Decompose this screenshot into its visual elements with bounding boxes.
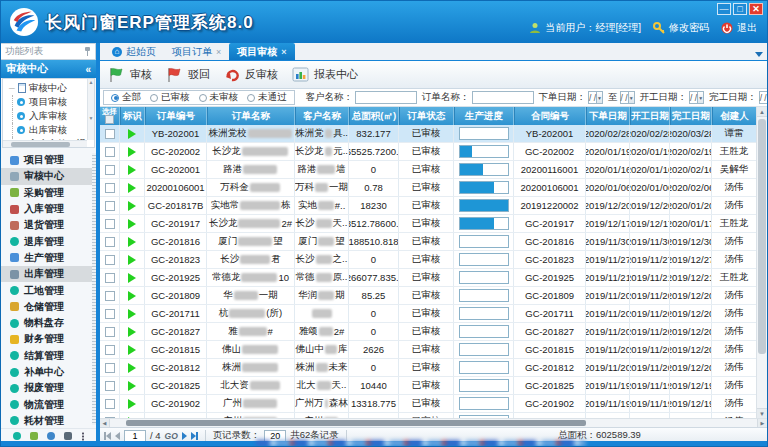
sidebar-item-site[interactable]: 工地管理 (1, 282, 96, 298)
order-name-input[interactable] (472, 91, 534, 104)
reject-button[interactable]: 驳回 (166, 67, 210, 83)
radio-approved[interactable]: 已审核 (150, 91, 190, 104)
table-row[interactable]: GC-202001 路港 路港墙 0 已审核 20200116001 2020/… (100, 161, 756, 179)
page-number-input[interactable] (124, 430, 146, 442)
sidebar-item-logistics[interactable]: 物流管理 (1, 396, 96, 412)
column-header-2[interactable]: 订单编号 (145, 107, 207, 125)
start-date-input[interactable]: / / (689, 91, 698, 104)
customer-name-input[interactable] (355, 91, 417, 104)
select-all-checkbox[interactable] (105, 115, 114, 124)
column-header-5[interactable]: 总面积(㎡) (349, 107, 399, 125)
tab-project-orders[interactable]: 项目订单 × (164, 43, 229, 60)
tab-overflow-button[interactable] (755, 52, 763, 57)
close-button[interactable]: ✕ (749, 3, 763, 15)
sidebar-scrollbar[interactable] (92, 153, 96, 425)
scroll-down-icon[interactable]: ▼ (757, 408, 767, 418)
table-row[interactable]: GC-201815 佛山 佛山中库 2626 已审核 GC-201815 201… (100, 341, 756, 359)
next-page-button[interactable] (182, 432, 187, 440)
sidebar-item-consumables[interactable]: 耗材管理 (1, 413, 96, 428)
column-header-0[interactable]: 选择 (100, 107, 120, 125)
row-checkbox[interactable] (105, 183, 115, 193)
sidebar-item-inventory[interactable]: 物料盘存 (1, 315, 96, 331)
sidebar-item-return-goods[interactable]: 退货管理 (1, 217, 96, 233)
sidebar-item-finance[interactable]: 财务管理 (1, 331, 96, 347)
radio-all[interactable]: 全部 (111, 91, 141, 104)
table-row[interactable]: 20200106001 万科金 万科一期 0.78 已审核 2020010600… (100, 179, 756, 197)
module-person-icon[interactable] (64, 432, 72, 440)
row-checkbox[interactable] (105, 255, 115, 265)
column-header-4[interactable]: 客户名称 (295, 107, 349, 125)
logout-button[interactable]: 退出 (721, 21, 757, 35)
report-center-button[interactable]: 报表中心 (292, 67, 358, 83)
maximize-button[interactable]: □ (733, 3, 747, 15)
calendar-dropdown-icon[interactable]: ▼ (698, 91, 704, 104)
module-cart-icon[interactable] (30, 432, 38, 440)
vertical-scroll-thumb[interactable] (758, 119, 766, 354)
sidebar-item-production[interactable]: 生产管理 (1, 250, 96, 266)
module-flag-icon[interactable] (47, 432, 55, 440)
row-checkbox[interactable] (105, 219, 115, 229)
radio-unapproved[interactable]: 未审核 (199, 91, 239, 104)
sidebar-item-reorder[interactable]: 补单中心 (1, 364, 96, 380)
last-page-button[interactable] (191, 432, 198, 440)
row-checkbox[interactable] (105, 381, 115, 391)
tab-project-audit[interactable]: 项目审核 × (229, 43, 294, 60)
horizontal-scroll-thumb[interactable] (126, 420, 586, 426)
tab-home[interactable]: ⌂ 起始页 (104, 43, 164, 60)
table-vertical-scrollbar[interactable]: ▲ ▼ (756, 107, 767, 418)
module-dot-icon[interactable] (13, 432, 21, 440)
tree-item-入库审核[interactable]: 入库审核 (3, 109, 94, 123)
radio-rejected[interactable]: 未通过 (247, 91, 287, 104)
table-row[interactable]: GC-201823 长沙君 长沙之.. 0 已审核 GC-201823 2019… (100, 251, 756, 269)
column-header-10[interactable]: 开工日期 (630, 107, 670, 125)
row-checkbox[interactable] (105, 291, 115, 301)
sidebar-item-warehouse[interactable]: 仓储管理 (1, 299, 96, 315)
row-checkbox[interactable] (105, 201, 115, 211)
scroll-right-icon[interactable]: ▶ (757, 419, 767, 427)
sidebar-item-settlement[interactable]: 结算管理 (1, 348, 96, 364)
column-header-6[interactable]: 订单状态 (399, 107, 454, 125)
scroll-left-icon[interactable]: ◀ (100, 419, 110, 427)
close-tab-icon[interactable]: × (216, 47, 221, 57)
table-row[interactable]: GC-201809 华一期 华润期 85.25 已审核 GC-201809 20… (100, 287, 756, 305)
row-checkbox[interactable] (105, 165, 115, 175)
order-date-to-input[interactable]: / / (620, 91, 629, 104)
table-row[interactable]: GC-201817B 实地常栋 实地#.. 18230 已审核 20191220… (100, 197, 756, 215)
sidebar-item-purchase[interactable]: 采购管理 (1, 185, 96, 201)
row-checkbox[interactable] (105, 327, 115, 337)
tree-item-项目审核[interactable]: 项目审核 (3, 95, 94, 109)
change-password-button[interactable]: 修改密码 (653, 21, 709, 35)
table-row[interactable]: GC-201825 北大资 北大天.. 10440 已审核 GC-201825 … (100, 377, 756, 395)
column-header-11[interactable]: 完工日期 (670, 107, 712, 125)
tree-horizontal-scrollbar[interactable] (3, 140, 87, 147)
tree-item-出库审核[interactable]: 出库审核 (3, 123, 94, 137)
row-checkbox[interactable] (105, 309, 115, 319)
table-row[interactable]: GC-201827 雅# 雅颂2# 0 已审核 GC-201827 2019/1… (100, 323, 756, 341)
scroll-up-icon[interactable]: ▲ (757, 107, 767, 117)
column-header-1[interactable]: 标识 (120, 107, 145, 125)
close-tab-icon[interactable]: × (281, 47, 286, 57)
tree-root-audit-center[interactable]: ─ 审核中心 (3, 81, 94, 95)
column-header-3[interactable]: 订单名称 (207, 107, 295, 125)
column-header-9[interactable]: 下单日期 (586, 107, 630, 125)
table-horizontal-scrollbar[interactable]: ◀ ▶ (100, 418, 767, 427)
sidebar-item-outbound[interactable]: 出库管理 (1, 266, 96, 282)
row-checkbox[interactable] (105, 399, 115, 409)
pin-icon[interactable] (84, 47, 91, 56)
collapse-panel-icon[interactable]: « (85, 64, 91, 75)
sidebar-item-return-stock[interactable]: 退库管理 (1, 233, 96, 249)
table-row[interactable]: GC-201812 株洲 株洲未来 0 已审核 GC-201812 2019/1… (100, 359, 756, 377)
row-checkbox[interactable] (105, 363, 115, 373)
tree-vertical-scrollbar[interactable]: ▲▼ (87, 79, 94, 140)
first-page-button[interactable] (104, 432, 111, 440)
column-header-7[interactable]: 生产进度 (454, 107, 514, 125)
column-header-12[interactable]: 创建人 (712, 107, 756, 125)
column-header-8[interactable]: 合同编号 (514, 107, 586, 125)
order-date-from-input[interactable]: / / (588, 91, 597, 104)
table-row[interactable]: GC-201902 广州 广州万森林 13318.775 已审核 GC-2019… (100, 395, 756, 413)
module-more-icon[interactable] (81, 432, 85, 441)
approve-button[interactable]: 审核 (108, 67, 152, 83)
table-row[interactable]: GC-201816 厦门望 厦门望 188510.818 已审核 GC-2018… (100, 233, 756, 251)
sidebar-item-audit[interactable]: 审核中心 (1, 168, 96, 184)
calendar-dropdown-icon[interactable]: ▼ (597, 91, 603, 104)
